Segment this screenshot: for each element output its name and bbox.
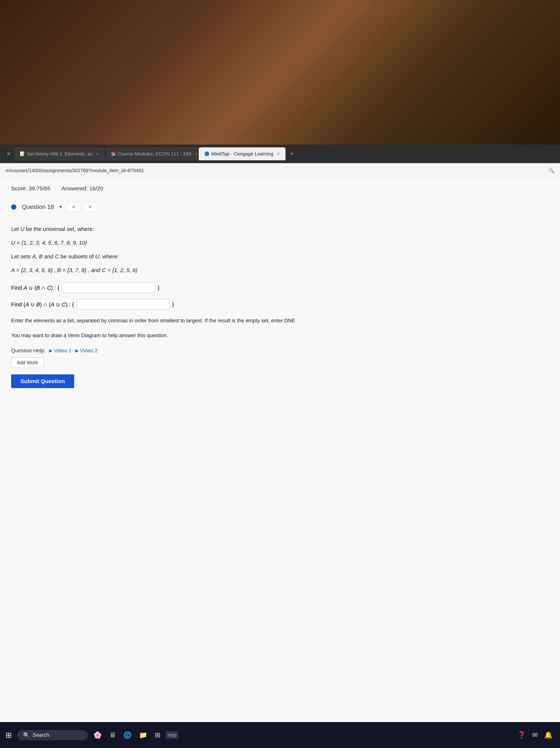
tab-close-2[interactable]: ✕ (194, 151, 197, 156)
tab-course-modules[interactable]: 📚 Course Modules: ECON 111 - 249 ✕ (105, 147, 198, 160)
taskbar: ⊞ 🔍 Search 🌸 🖥 🌐 📁 ⊞ m/p ❓ ✉ 🔔 (0, 722, 560, 748)
add-work-button[interactable]: Add Work (11, 357, 44, 368)
video1-label: Video 1 (54, 348, 71, 354)
question-nav: Question 18 ▼ < > (11, 202, 549, 212)
help-label: Question Help: (11, 348, 45, 354)
taskbar-icon-grid[interactable]: ⊞ (153, 730, 162, 740)
address-text: m/courses/14000/assignments/302769?modul… (5, 168, 545, 173)
tab-label-1: Set theory HW 1: Elements, su (27, 151, 93, 157)
taskbar-icon-flower[interactable]: 🌸 (92, 730, 103, 740)
question-dropdown[interactable]: ▼ (57, 204, 64, 211)
answer-row-2: Find (A ∪ B) ∩ (A ∪ C) : { } (11, 299, 549, 309)
tab-label-2: Course Modules: ECON 111 - 249 (118, 151, 191, 157)
taskbar-icon-mindtap[interactable]: m/p (166, 731, 178, 739)
taskbar-icon-monitor[interactable]: 🖥 (107, 730, 118, 740)
problem-line3: Let sets A, B and C be subsets of U, whe… (11, 252, 549, 261)
taskbar-icon-help[interactable]: ❓ (515, 730, 528, 740)
submit-button[interactable]: Submit Question (11, 374, 74, 388)
tip-text: You may want to draw a Venn Diagram to h… (11, 331, 308, 340)
score-label: Score: 39.75/65 (11, 185, 50, 192)
find1-label: Find A ∪ (B ∩ C) : { (11, 284, 59, 291)
video2-link[interactable]: ▶ Video 2 (75, 348, 97, 354)
tab-bar: ✕ 📝 Set theory HW 1: Elements, su ✕ 📚 Co… (0, 144, 560, 163)
taskbar-search-box[interactable]: 🔍 Search (18, 730, 88, 740)
answered-label: Answered: 16/20 (62, 185, 103, 192)
prev-question-button[interactable]: < (68, 202, 80, 212)
video1-link[interactable]: ▶ Video 1 (49, 348, 71, 354)
score-label-text: Score: (11, 185, 27, 191)
find2-label: Find (A ∪ B) ∩ (A ∪ C) : { (11, 301, 74, 308)
question-help: Question Help: ▶ Video 1 ▶ Video 2 (11, 348, 549, 354)
tab-close-1[interactable]: ✕ (96, 151, 99, 156)
taskbar-icon-folder[interactable]: 📁 (137, 730, 149, 740)
tab-favicon-2: 📚 (111, 151, 116, 156)
find2-suffix: } (172, 301, 174, 308)
video2-label: Video 2 (80, 348, 97, 354)
answer-input-2[interactable] (77, 299, 169, 309)
tab-favicon-1: 📝 (20, 151, 25, 156)
problem-line1: Let U be the universal set, where: (11, 224, 549, 234)
tab-set-theory[interactable]: 📝 Set theory HW 1: Elements, su ✕ (14, 147, 104, 160)
taskbar-search-icon: 🔍 (23, 732, 30, 739)
taskbar-icon-bell[interactable]: 🔔 (542, 730, 555, 740)
close-other-tab[interactable]: ✕ (4, 151, 14, 157)
play-icon-2: ▶ (75, 348, 78, 353)
play-icon-1: ▶ (49, 348, 52, 353)
problem-line2: U = {1, 2, 3, 4, 5, 6, 7, 8, 9, 10} (11, 238, 549, 248)
score-bar: Score: 39.75/65 Answered: 16/20 (11, 185, 549, 195)
answer-row-1: Find A ∪ (B ∩ C) : { } (11, 283, 549, 293)
answered-value: 16/20 (89, 185, 103, 191)
browser-chrome: ✕ 📝 Set theory HW 1: Elements, su ✕ 📚 Co… (0, 144, 560, 178)
taskbar-icon-globe[interactable]: 🌐 (121, 730, 134, 740)
problem-line4: A = {2, 3, 4, 5, 9} , B = {3, 7, 8} , an… (11, 265, 549, 275)
next-question-button[interactable]: > (84, 202, 96, 212)
new-tab-button[interactable]: + (286, 150, 298, 158)
start-button[interactable]: ⊞ (5, 731, 12, 739)
refresh-icon[interactable]: 🔍 (549, 168, 555, 173)
page-content: Score: 39.75/65 Answered: 16/20 Question… (0, 178, 560, 722)
taskbar-search-text: Search (32, 732, 49, 738)
find1-suffix: } (158, 285, 159, 291)
tab-mindtap[interactable]: 🔵 MindTap - Cengage Learning ✕ (199, 147, 285, 160)
tab-close-3[interactable]: ✕ (277, 151, 280, 156)
instructions-text: Enter the elements as a list, separated … (11, 316, 308, 325)
answer-input-1[interactable] (62, 283, 155, 293)
tab-label-3: MindTap - Cengage Learning (211, 151, 273, 157)
score-value: 39.75/65 (29, 185, 50, 191)
question-body: Let U be the universal set, where: U = {… (11, 224, 549, 275)
answered-label-text: Answered: (62, 185, 88, 191)
address-bar[interactable]: m/courses/14000/assignments/302769?modul… (0, 163, 560, 178)
background-photo (0, 0, 560, 144)
question-status-dot (11, 205, 16, 210)
taskbar-right: ❓ ✉ 🔔 (515, 730, 555, 740)
question-number: Question 18 (22, 204, 54, 210)
tab-favicon-3: 🔵 (204, 151, 209, 156)
taskbar-icon-mail[interactable]: ✉ (530, 730, 540, 740)
